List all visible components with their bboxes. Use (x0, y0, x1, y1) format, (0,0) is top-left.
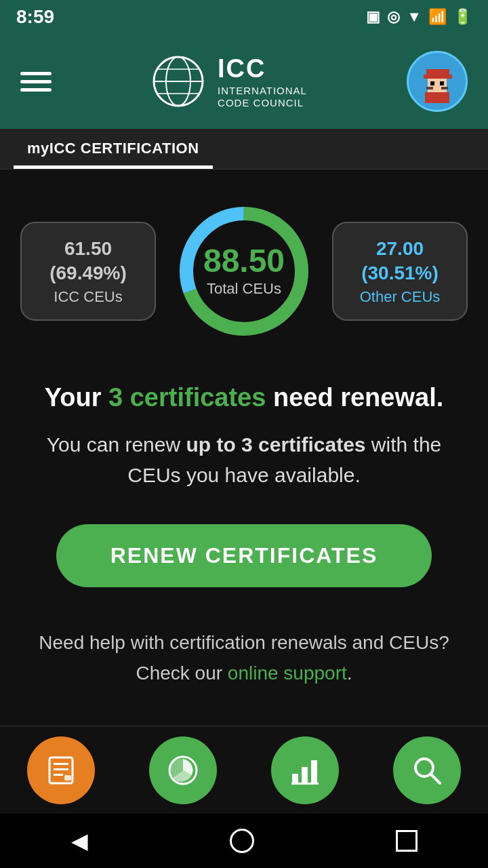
online-support-link[interactable]: online support (228, 663, 347, 684)
logo-code-council: CODE COUNCIL (218, 97, 307, 109)
other-ceus-value: 27.00 (30.51%) (348, 237, 451, 286)
help-text: Need help with certification renewals an… (39, 628, 449, 689)
svg-line-29 (430, 774, 440, 783)
svg-rect-7 (424, 75, 452, 79)
other-ceus-label: Other CEUs (348, 288, 451, 306)
renewal-desc: You can renew up to 3 certificates with … (20, 429, 468, 490)
status-time: 8:59 (16, 6, 54, 28)
donut-chart: 88.50 Total CEUs (169, 197, 319, 346)
search-nav-button[interactable] (393, 736, 461, 804)
svg-rect-27 (291, 783, 319, 785)
svg-rect-20 (54, 768, 68, 770)
target-icon: ◎ (387, 8, 400, 26)
home-button[interactable] (230, 829, 254, 853)
svg-rect-10 (441, 87, 448, 90)
icc-ceus-badge: 61.50 (69.49%) ICC CEUs (20, 222, 156, 321)
logo-text: ICC INTERNATIONAL CODE COUNCIL (218, 54, 307, 109)
stats-nav-button[interactable] (271, 736, 339, 804)
tab-bar: myICC CERTIFICATION (0, 129, 488, 170)
svg-rect-24 (292, 774, 298, 784)
svg-rect-25 (302, 767, 308, 784)
status-bar: 8:59 ▣ ◎ ▼ 📶 🔋 (0, 0, 488, 34)
header-logo: ICC INTERNATIONAL CODE COUNCIL (151, 54, 307, 109)
avatar[interactable] (407, 51, 468, 112)
signal-icon: 📶 (428, 8, 447, 26)
svg-rect-13 (425, 92, 449, 103)
renewal-section: Your 3 certificates need renewal. You ca… (20, 380, 468, 490)
icc-ceus-label: ICC CEUs (37, 288, 140, 306)
svg-rect-12 (440, 81, 444, 85)
svg-rect-19 (54, 763, 68, 765)
sim-icon: ▣ (366, 8, 380, 26)
renew-certificates-button[interactable]: RENEW CERTIFICATES (56, 524, 432, 587)
battery-icon: 🔋 (453, 8, 472, 26)
other-ceus-badge: 27.00 (30.51%) Other CEUs (332, 222, 468, 321)
renewal-title: Your 3 certificates need renewal. (20, 380, 468, 416)
tab-certification[interactable]: myICC CERTIFICATION (14, 132, 213, 169)
menu-button[interactable] (20, 72, 52, 92)
svg-rect-6 (426, 69, 449, 75)
bottom-nav (0, 726, 488, 814)
logo-international: INTERNATIONAL (218, 85, 307, 97)
svg-rect-26 (311, 760, 317, 784)
recents-button[interactable] (396, 830, 418, 852)
donut-center: 88.50 Total CEUs (203, 245, 285, 298)
certificates-nav-button[interactable] (27, 736, 95, 804)
ceu-section: 61.50 (69.49%) ICC CEUs 88.50 Total CEUs… (20, 197, 468, 346)
svg-rect-11 (430, 81, 434, 85)
total-ceus-label: Total CEUs (203, 280, 285, 298)
svg-rect-21 (54, 774, 63, 776)
logo-globe-icon (151, 54, 205, 108)
android-nav: ◀ (0, 814, 488, 868)
wifi-icon: ▼ (407, 8, 422, 26)
total-ceus-value: 88.50 (203, 245, 285, 277)
back-button[interactable]: ◀ (71, 828, 88, 854)
status-icons: ▣ ◎ ▼ 📶 🔋 (366, 8, 472, 26)
header: ICC INTERNATIONAL CODE COUNCIL (0, 34, 488, 129)
renewal-bold: up to 3 certificates (186, 433, 365, 456)
svg-rect-9 (426, 87, 433, 90)
renewal-highlight: 3 certificates (108, 383, 266, 412)
svg-rect-22 (64, 775, 71, 781)
chart-nav-button[interactable] (149, 736, 217, 804)
logo-icc: ICC (218, 54, 307, 85)
icc-ceus-value: 61.50 (69.49%) (37, 237, 140, 286)
